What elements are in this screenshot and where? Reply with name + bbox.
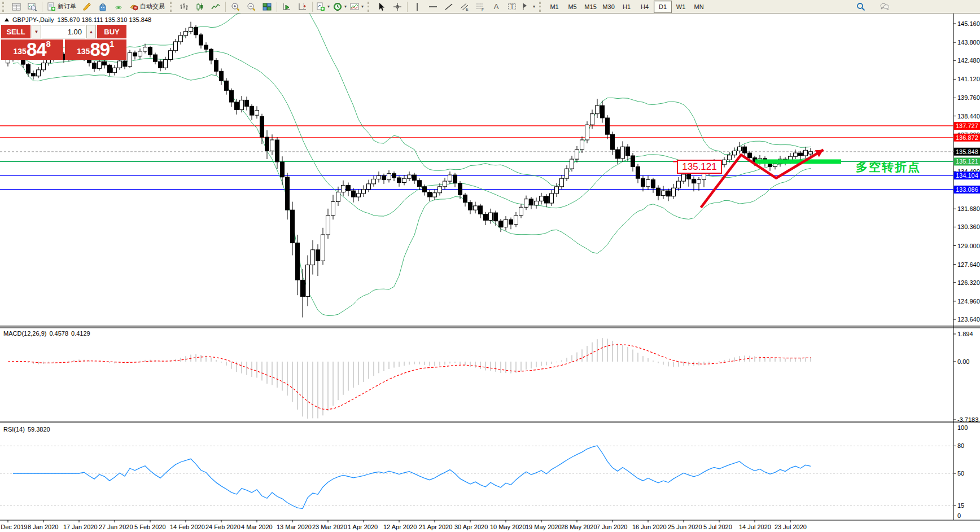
- chart-shift-button[interactable]: [295, 1, 310, 13]
- svg-text:28 May 2020: 28 May 2020: [561, 524, 597, 530]
- indicators-button[interactable]: ▾: [314, 1, 331, 13]
- tile-windows-button[interactable]: [259, 1, 275, 13]
- search-button[interactable]: [853, 1, 869, 13]
- timeframe-m1-button[interactable]: M1: [545, 1, 563, 13]
- svg-text:-3.7183: -3.7183: [957, 416, 978, 423]
- rsi-title: RSI(14): [3, 426, 25, 433]
- svg-text:124.960: 124.960: [957, 298, 980, 305]
- svg-text:30 Apr 2020: 30 Apr 2020: [454, 524, 488, 530]
- channel-letter: E: [466, 7, 469, 11]
- rsi-value: 59.3820: [28, 426, 50, 433]
- timeframe-m15-button[interactable]: M15: [581, 1, 600, 13]
- text-tool-button[interactable]: A: [488, 1, 504, 13]
- svg-text:10 May 2020: 10 May 2020: [490, 524, 526, 530]
- bar-chart-button[interactable]: [176, 1, 192, 13]
- volume-increase-button[interactable]: ▲: [86, 25, 96, 38]
- text-label-tool-button[interactable]: T: [504, 1, 520, 13]
- toolbar-drag-handle[interactable]: [2, 2, 7, 12]
- buy-price-big: 89: [90, 41, 110, 58]
- chart-header: GBPJPY-,Daily 135.670 136.111 135.310 13…: [5, 16, 151, 23]
- volume-input[interactable]: [42, 25, 85, 38]
- templates-button[interactable]: ▾: [348, 1, 365, 13]
- sell-price-figure: 135: [14, 45, 27, 58]
- signals-button[interactable]: [111, 1, 126, 13]
- auto-trading-button[interactable]: 自动交易: [126, 1, 168, 13]
- svg-text:25 Jun 2020: 25 Jun 2020: [668, 524, 702, 530]
- svg-text:14 Jul 2020: 14 Jul 2020: [739, 524, 771, 530]
- rsi-indicator: [13, 446, 811, 509]
- svg-text:137.727: 137.727: [956, 122, 978, 129]
- macd-value-signal: 0.4129: [71, 330, 90, 337]
- horizontal-line-tool-button[interactable]: [425, 1, 441, 13]
- svg-text:4 Mar 2020: 4 Mar 2020: [241, 524, 273, 530]
- rsi-pane-header: RSI(14) 59.3820: [3, 426, 50, 433]
- timeframe-h4-button[interactable]: H4: [636, 1, 654, 13]
- timeframe-m30-button[interactable]: M30: [600, 1, 618, 13]
- timeframe-m5-button[interactable]: M5: [563, 1, 581, 13]
- vertical-line-tool-button[interactable]: [409, 1, 425, 13]
- zoom-out-button[interactable]: [243, 1, 259, 13]
- symbol-period-label: GBPJPY-,Daily: [12, 16, 54, 23]
- buy-button[interactable]: BUY: [97, 25, 126, 38]
- market-button[interactable]: [95, 1, 111, 13]
- timeframe-mn-button[interactable]: MN: [690, 1, 708, 13]
- new-order-button[interactable]: 新订单: [44, 1, 79, 13]
- line-chart-button[interactable]: [208, 1, 224, 13]
- svg-text:16 Jun 2020: 16 Jun 2020: [632, 524, 667, 530]
- chat-button[interactable]: [877, 1, 893, 13]
- sell-price-big: 84: [27, 41, 46, 58]
- svg-text:131.680: 131.680: [957, 205, 980, 212]
- svg-text:50: 50: [957, 470, 964, 477]
- turning-point-annotation[interactable]: 多空转折点: [856, 159, 921, 175]
- svg-text:24 Feb 2020: 24 Feb 2020: [205, 524, 240, 530]
- timeframe-h1-button[interactable]: H1: [618, 1, 636, 13]
- metaeditor-button[interactable]: [79, 1, 95, 13]
- timeframe-w1-button[interactable]: W1: [672, 1, 690, 13]
- macd-pane-header: MACD(12,26,9) 0.4578 0.4129: [3, 330, 90, 337]
- cursor-tool-button[interactable]: [374, 1, 390, 13]
- sell-price-pip: 8: [46, 40, 51, 48]
- sell-price-panel[interactable]: 135 84 8: [1, 39, 63, 60]
- fibonacci-tool-button[interactable]: F: [473, 1, 488, 13]
- svg-text:8 Jan 2020: 8 Jan 2020: [28, 524, 58, 530]
- price-annotation-label[interactable]: 135.121: [677, 160, 722, 174]
- toolbar-drag-handle[interactable]: [368, 2, 372, 12]
- channel-tool-button[interactable]: E: [457, 1, 473, 13]
- candlestick-chart-button[interactable]: [192, 1, 208, 13]
- svg-text:139.760: 139.760: [957, 94, 980, 101]
- buy-price-panel[interactable]: 135 89 1: [65, 39, 127, 60]
- svg-text:127.640: 127.640: [957, 261, 980, 268]
- svg-text:17 Jan 2020: 17 Jan 2020: [63, 524, 98, 530]
- svg-text:133.086: 133.086: [956, 186, 978, 193]
- svg-text:21 Apr 2020: 21 Apr 2020: [419, 524, 452, 530]
- chart-canvas[interactable]: 145.160143.800142.480141.120139.760138.4…: [0, 0, 980, 532]
- arrows-tool-button[interactable]: ▾: [520, 1, 537, 13]
- fibo-letter: F: [482, 7, 484, 11]
- macd-indicator: [8, 338, 811, 419]
- strategy-tester-button[interactable]: [24, 1, 40, 13]
- svg-text:135.848: 135.848: [956, 148, 978, 155]
- auto-scroll-button[interactable]: [279, 1, 295, 13]
- toolbar-drag-handle[interactable]: [539, 2, 544, 12]
- svg-text:141.120: 141.120: [957, 76, 980, 82]
- svg-text:1.894: 1.894: [957, 331, 973, 337]
- market-watch-button[interactable]: [8, 1, 24, 13]
- svg-text:30 Dec 2019: 30 Dec 2019: [0, 524, 27, 530]
- symbol-triangle-icon: [5, 18, 9, 21]
- zoom-in-button[interactable]: [228, 1, 243, 13]
- toolbar-drag-handle[interactable]: [170, 2, 174, 12]
- buy-price-figure: 135: [77, 45, 90, 58]
- periods-button[interactable]: ▾: [331, 1, 348, 13]
- svg-text:142.480: 142.480: [957, 57, 980, 64]
- svg-text:19 May 2020: 19 May 2020: [526, 524, 562, 530]
- volume-decrease-button[interactable]: ▼: [32, 25, 41, 38]
- svg-text:138.440: 138.440: [957, 113, 980, 120]
- svg-text:100: 100: [957, 424, 968, 431]
- svg-text:5 Feb 2020: 5 Feb 2020: [134, 524, 166, 530]
- toolbar: 新订单 自动交易 ▾ ▾ ▾ E F A T ▾: [0, 0, 980, 14]
- crosshair-tool-button[interactable]: [390, 1, 405, 13]
- svg-text:129.000: 129.000: [957, 243, 980, 249]
- timeframe-d1-button[interactable]: D1: [654, 1, 672, 13]
- sell-button[interactable]: SELL: [1, 25, 30, 38]
- trendline-tool-button[interactable]: [441, 1, 457, 13]
